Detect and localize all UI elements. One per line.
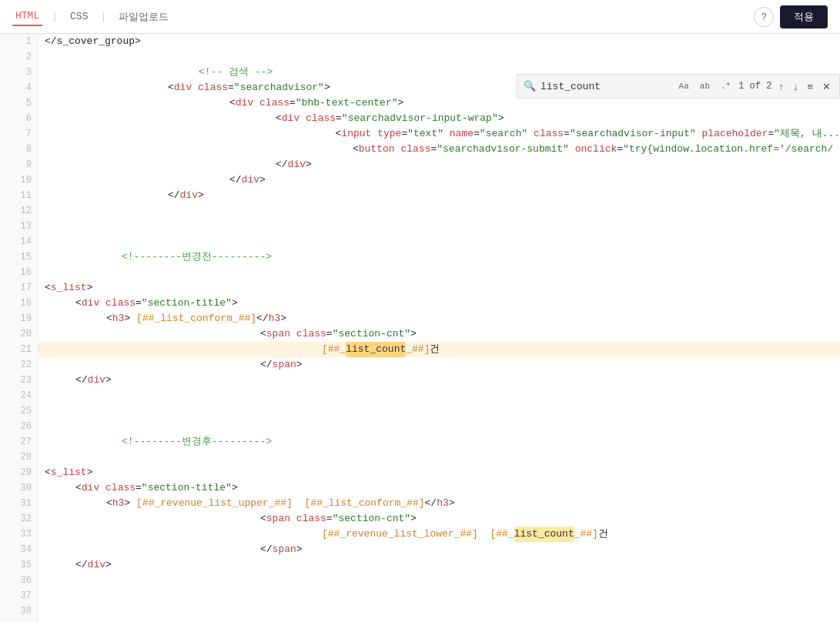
code-line: [##_list_count_##] 건 [38, 342, 840, 357]
code-line [38, 450, 840, 465]
separator-2: | [100, 11, 106, 22]
code-line [38, 203, 840, 219]
search-highlight-2: list_count [514, 527, 574, 542]
code-line: </div> [38, 373, 840, 388]
apply-button[interactable]: 적용 [780, 5, 828, 28]
code-line [38, 588, 840, 604]
tab-group: HTML | CSS | 파일업로드 [12, 7, 172, 27]
tab-html[interactable]: HTML [12, 7, 42, 26]
code-line: <!--------변경후---------> [38, 434, 840, 450]
search-highlight-1: list_count [346, 342, 406, 357]
code-line [38, 403, 840, 419]
code-line: </div> [38, 157, 840, 172]
code-line: </div> [38, 188, 840, 203]
code-line: [##_revenue_list_lower_##] [##_list_coun… [38, 527, 840, 542]
code-line: <button class="searchadvisor-submit" onc… [38, 142, 840, 157]
toolbar: HTML | CSS | 파일업로드 ? 적용 [0, 0, 840, 34]
code-line [38, 265, 840, 280]
code-line [38, 219, 840, 234]
code-line: <s_list> [38, 465, 840, 480]
code-line [38, 573, 840, 588]
code-line [38, 419, 840, 434]
search-menu-button[interactable]: ≡ [805, 80, 815, 93]
help-button[interactable]: ? [754, 7, 774, 27]
search-overlay: 🔍 Aa ab .* 1 of 2 ↑ ↓ ≡ ✕ [517, 74, 840, 99]
search-next-button[interactable]: ↓ [791, 80, 801, 93]
search-word-icon[interactable]: ab [697, 80, 713, 92]
code-line: <div class="section-title"> [38, 296, 840, 311]
code-line: <span class="section-cnt"> [38, 511, 840, 527]
code-line: </div> [38, 557, 840, 573]
code-line: <s_list> [38, 280, 840, 296]
code-line: </span> [38, 542, 840, 557]
code-line [38, 49, 840, 65]
search-close-button[interactable]: ✕ [820, 80, 833, 93]
search-input[interactable] [540, 81, 671, 92]
editor-area: 🔍 Aa ab .* 1 of 2 ↑ ↓ ≡ ✕ 1 2 3 4 5 6 7 … [0, 34, 840, 622]
tab-css[interactable]: CSS [67, 8, 91, 25]
code-line: <div class="searchadvisor-input-wrap"> [38, 111, 840, 126]
code-line: <input type="text" name="search" class="… [38, 126, 840, 142]
code-line: <!--------변경전---------> [38, 249, 840, 265]
search-case-icon[interactable]: Aa [676, 80, 692, 92]
code-line: </div> [38, 172, 840, 188]
code-line: </s_cover_group> [38, 34, 840, 49]
search-prev-button[interactable]: ↑ [776, 80, 786, 93]
code-line: <div class="section-title"> [38, 480, 840, 496]
line-numbers: 1 2 3 4 5 6 7 8 9 10 11 12 13 14 15 16 1… [0, 34, 38, 622]
search-count: 1 of 2 [738, 81, 771, 92]
tab-fileupload[interactable]: 파일업로드 [115, 7, 172, 27]
search-regex-icon[interactable]: .* [718, 80, 734, 92]
code-line [38, 234, 840, 249]
code-area[interactable]: </s_cover_group> <!-- 검색 --> <div class=… [38, 34, 840, 622]
code-line: </span> [38, 357, 840, 373]
code-line [38, 604, 840, 619]
code-line: <h3> [##_revenue_list_upper_##] [##_list… [38, 496, 840, 511]
toolbar-right: ? 적용 [754, 5, 828, 28]
separator-1: | [52, 11, 58, 22]
code-line: <h3> [##_list_conform_##] </h3> [38, 311, 840, 326]
code-line [38, 388, 840, 403]
code-line: <span class="section-cnt"> [38, 326, 840, 342]
